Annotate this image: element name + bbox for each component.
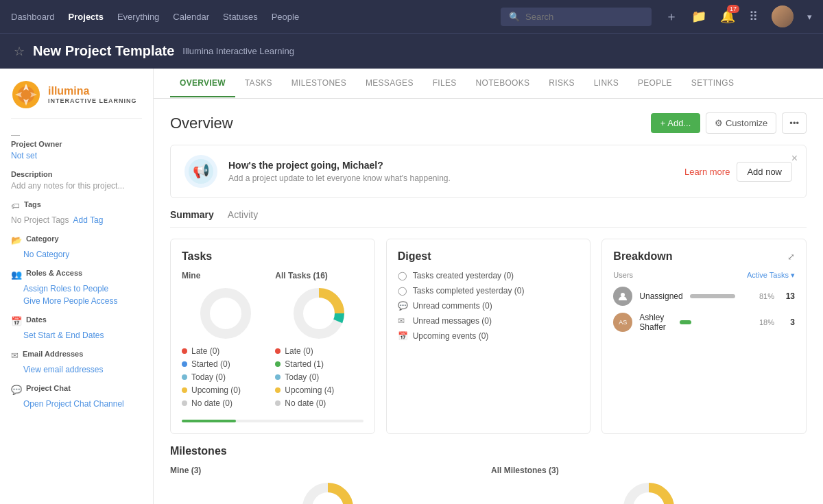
give-access-link[interactable]: Give More People Access xyxy=(23,296,142,306)
sub-tab-summary[interactable]: Summary xyxy=(170,209,214,227)
all-started-dot xyxy=(275,361,281,367)
milestones-all-title: All Milestones (3) xyxy=(491,466,807,475)
email-icon: ✉ xyxy=(11,350,19,361)
mine-started-label: Started (0) xyxy=(191,359,230,369)
all-late-label: Late (0) xyxy=(285,346,313,356)
update-banner: 📢 How's the project going, Michael? Add … xyxy=(170,145,807,198)
sub-tab-activity[interactable]: Activity xyxy=(228,209,258,227)
star-icon[interactable]: ☆ xyxy=(14,44,25,59)
overview-content: Overview + Add... ⚙ Customize ••• 📢 How'… xyxy=(154,99,823,504)
assign-roles-link[interactable]: Assign Roles to People xyxy=(23,284,142,293)
owner-value[interactable]: Not set xyxy=(11,151,142,160)
search-bar[interactable]: 🔍 xyxy=(501,8,652,26)
nav-everything[interactable]: Everything xyxy=(117,12,159,22)
tasks-all-title: All Tasks (16) xyxy=(275,271,363,280)
tab-milestones[interactable]: MILESTONES xyxy=(282,70,356,97)
mine-nodate-label: No date (0) xyxy=(191,398,232,408)
folder-icon[interactable]: 📁 xyxy=(691,9,706,24)
add-now-button[interactable]: Add now xyxy=(737,162,792,182)
milestones-title: Milestones xyxy=(170,445,807,457)
svg-point-8 xyxy=(205,293,246,334)
tags-label: Tags xyxy=(24,200,41,208)
mine-upcoming-label: Upcoming (0) xyxy=(191,385,241,395)
all-donut-chart xyxy=(291,286,346,341)
tab-people[interactable]: PEOPLE xyxy=(628,70,682,97)
unassigned-pct: 81% xyxy=(752,292,774,300)
ashley-pct: 18% xyxy=(752,318,774,326)
update-text: How's the project going, Michael? Add a … xyxy=(228,160,451,183)
company-tagline: INTERACTIVE LEARNING xyxy=(48,97,137,104)
unassigned-bar-wrap xyxy=(690,294,746,298)
notification-badge: 17 xyxy=(727,5,739,13)
tab-links[interactable]: LINKS xyxy=(584,70,628,97)
grid-icon[interactable]: ⠿ xyxy=(749,9,758,24)
main-layout: illumina INTERACTIVE LEARNING — Project … xyxy=(0,69,823,504)
tab-notebooks[interactable]: NOTEBOOKS xyxy=(466,70,540,97)
sub-tabs: Summary Activity xyxy=(170,209,807,228)
add-tag-btn[interactable]: Add Tag xyxy=(73,215,104,225)
tab-tasks[interactable]: TASKS xyxy=(235,70,282,97)
nav-dashboard[interactable]: Dashboard xyxy=(11,12,55,22)
chevron-down-icon[interactable]: ▾ xyxy=(807,12,812,22)
all-today-dot xyxy=(275,374,281,380)
tab-risks[interactable]: RISKS xyxy=(539,70,584,97)
nav-calendar[interactable]: Calendar xyxy=(173,12,209,22)
breakdown-row-ashley: AS Ashley Shaffer 18% 3 xyxy=(613,313,795,332)
user-avatar[interactable] xyxy=(772,5,794,27)
milestones-all-col: All Milestones (3) Late (0) Today (0) Up… xyxy=(491,466,807,504)
learn-more-link[interactable]: Learn more xyxy=(684,167,730,177)
email-label: Email Addresses xyxy=(23,350,83,358)
mine-late-dot xyxy=(182,348,187,354)
close-banner-button[interactable]: × xyxy=(791,152,798,165)
digest-item-0: ◯ Tasks created yesterday (0) xyxy=(398,271,580,280)
milestones-all-donut xyxy=(621,481,676,504)
ashley-bar-wrap xyxy=(680,320,746,324)
tab-settings[interactable]: SETTINGS xyxy=(682,70,743,97)
category-value[interactable]: No Category xyxy=(23,250,142,259)
chat-icon: 💬 xyxy=(11,385,22,395)
notifications-icon[interactable]: 🔔 17 xyxy=(720,9,735,24)
tab-messages[interactable]: MESSAGES xyxy=(356,70,423,97)
roles-label: Roles & Access xyxy=(26,269,82,277)
nav-people[interactable]: People xyxy=(272,12,299,22)
expand-icon[interactable]: ⤢ xyxy=(787,252,795,262)
update-description: Add a project update to let everyone kno… xyxy=(228,173,451,183)
plus-icon[interactable]: ＋ xyxy=(665,8,678,25)
nav-statuses[interactable]: Statuses xyxy=(223,12,258,22)
milestones-mine-col: Mine (3) Late (0) Today (0) Upcoming (1) xyxy=(170,466,486,504)
digest-upcoming-events: Upcoming events (0) xyxy=(413,331,489,341)
tag-icon: 🏷 xyxy=(11,201,20,211)
tab-overview[interactable]: OVERVIEW xyxy=(170,70,235,97)
description-value[interactable]: Add any notes for this project... xyxy=(11,181,142,191)
breakdown-title: Breakdown xyxy=(613,250,672,263)
view-email-link[interactable]: View email addresses xyxy=(23,365,142,374)
update-question: How's the project going, Michael? xyxy=(228,160,451,171)
active-tasks-col-label[interactable]: Active Tasks ▾ xyxy=(747,271,795,280)
open-chat-link[interactable]: Open Project Chat Channel xyxy=(23,399,142,409)
description-label: Description xyxy=(11,170,142,178)
messages-icon: ✉ xyxy=(398,316,407,326)
search-icon: 🔍 xyxy=(509,12,520,22)
project-title: New Project Template xyxy=(33,43,174,59)
tasks-all-col: All Tasks (16) xyxy=(275,271,363,411)
mine-nodate-dot xyxy=(182,400,187,406)
ashley-avatar: AS xyxy=(613,313,632,332)
all-upcoming-label: Upcoming (4) xyxy=(285,385,334,395)
tab-files[interactable]: FILES xyxy=(423,70,466,97)
digest-tasks-completed: Tasks completed yesterday (0) xyxy=(413,286,525,296)
customize-button[interactable]: ⚙ Customize xyxy=(706,112,776,134)
events-icon: 📅 xyxy=(398,331,407,341)
overview-grid: Tasks Mine Late (0) Started (0) xyxy=(170,239,807,434)
unassigned-name: Unassigned xyxy=(639,291,682,301)
update-icon: 📢 xyxy=(184,155,217,188)
all-upcoming-dot xyxy=(275,387,281,393)
no-tags-text: No Project Tags xyxy=(11,215,69,225)
content-area: OVERVIEW TASKS MILESTONES MESSAGES FILES… xyxy=(154,69,823,504)
more-button[interactable]: ••• xyxy=(782,112,807,134)
nav-projects[interactable]: Projects xyxy=(69,12,104,22)
set-dates-link[interactable]: Set Start & End Dates xyxy=(23,331,142,340)
add-button[interactable]: + Add... xyxy=(651,113,700,133)
sidebar-collapse-icon[interactable]: — xyxy=(11,130,20,140)
digest-item-3: ✉ Unread messages (0) xyxy=(398,316,580,326)
search-input[interactable] xyxy=(525,12,643,22)
